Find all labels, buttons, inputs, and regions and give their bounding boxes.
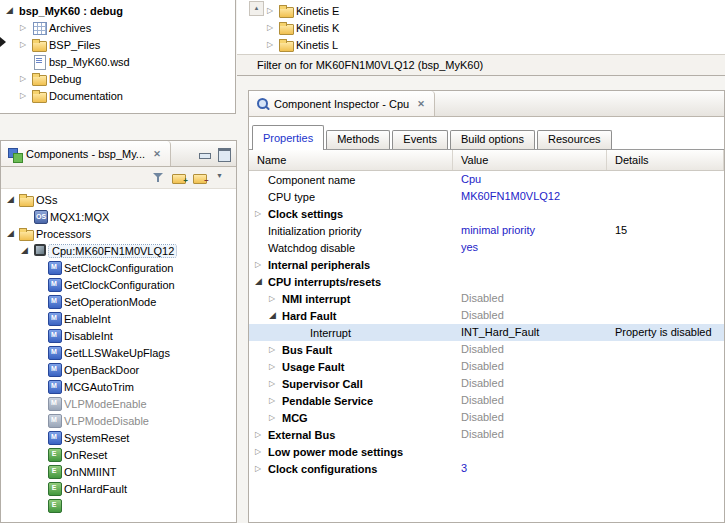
tree-item[interactable]: OnReset (1, 446, 236, 463)
expand-arrow-icon[interactable]: ▷ (255, 205, 267, 222)
scrollbar-up-icon[interactable] (249, 1, 264, 16)
property-value-cell[interactable]: Cpu (453, 171, 607, 188)
tab-build-options[interactable]: Build options (450, 130, 535, 149)
property-row[interactable]: ▷NMI interruptDisabled (249, 290, 724, 307)
property-row[interactable]: ◢CPU interrupts/resets (249, 273, 724, 290)
expand-arrow-icon[interactable]: ▷ (20, 70, 32, 87)
tab-resources[interactable]: Resources (537, 130, 612, 149)
property-row[interactable]: Component nameCpu (249, 171, 724, 188)
property-value-cell[interactable]: Disabled (453, 290, 607, 307)
tree-item[interactable]: ▷Debug (0, 70, 235, 87)
collapse-arrow-icon[interactable]: ◢ (21, 242, 33, 259)
property-value-cell[interactable]: Disabled (453, 409, 607, 426)
expand-arrow-icon[interactable]: ▷ (269, 358, 281, 375)
tree-item[interactable] (1, 497, 236, 514)
property-row[interactable]: Watchdog disableyes (249, 239, 724, 256)
property-row[interactable]: ▷Clock configurations3 (249, 460, 724, 477)
expand-arrow-icon[interactable]: ▷ (269, 375, 281, 392)
property-row[interactable]: Initialization priorityminimal priority1… (249, 222, 724, 239)
tab-events[interactable]: Events (392, 130, 448, 149)
property-row[interactable]: ▷External BusDisabled (249, 426, 724, 443)
expand-arrow-icon[interactable]: ▷ (269, 290, 281, 307)
property-value-cell[interactable]: Disabled (453, 341, 607, 358)
property-row[interactable]: CPU typeMK60FN1M0VLQ12 (249, 188, 724, 205)
property-value-cell[interactable]: Disabled (453, 307, 607, 324)
tree-item[interactable]: ◢OSs (1, 191, 236, 208)
tree-item[interactable]: VLPModeEnable (1, 395, 236, 412)
property-value-cell[interactable]: 3 (453, 460, 607, 477)
tree-item[interactable]: ◢bsp_MyK60 : debug (0, 2, 235, 19)
expand-arrow-icon[interactable]: ▷ (267, 19, 279, 36)
tab-properties[interactable]: Properties (252, 125, 324, 150)
tree-item[interactable]: VLPModeDisable (1, 412, 236, 429)
tree-item[interactable]: SetClockConfiguration (1, 259, 236, 276)
property-row[interactable]: ▷Low power mode settings (249, 443, 724, 460)
property-row[interactable]: ▷Pendable ServiceDisabled (249, 392, 724, 409)
tree-item[interactable]: DisableInt (1, 327, 236, 344)
column-header-name[interactable]: Name (249, 150, 453, 170)
column-header-value[interactable]: Value (453, 150, 607, 170)
tree-item[interactable]: bsp_MyK60.wsd (0, 53, 235, 70)
property-value-cell[interactable]: Disabled (453, 392, 607, 409)
collapse-arrow-icon[interactable]: ◢ (7, 225, 19, 242)
property-value-cell[interactable] (453, 443, 607, 460)
property-row[interactable]: ▷Usage FaultDisabled (249, 358, 724, 375)
property-value-cell[interactable]: Disabled (453, 358, 607, 375)
tree-item[interactable]: ▷Archives (0, 19, 235, 36)
collapse-all-icon[interactable] (193, 170, 209, 185)
tree-item[interactable]: ▷Kinetis K (237, 19, 725, 36)
view-menu-icon[interactable] (214, 170, 230, 185)
expand-arrow-icon[interactable]: ▷ (255, 426, 267, 443)
tree-item[interactable]: ▷BSP_Files (0, 36, 235, 53)
property-value-cell[interactable]: Disabled (453, 426, 607, 443)
tree-item[interactable]: ◢Cpu:MK60FN1M0VLQ12 (1, 242, 236, 259)
property-value-cell[interactable]: minimal priority (453, 222, 607, 239)
property-row[interactable]: ▷MCGDisabled (249, 409, 724, 426)
inspector-view-tab[interactable]: Component Inspector - Cpu (249, 91, 435, 116)
property-row[interactable]: ▷Clock settings (249, 205, 724, 222)
tree-item[interactable]: GetLLSWakeUpFlags (1, 344, 236, 361)
expand-arrow-icon[interactable]: ▷ (269, 409, 281, 426)
expand-arrow-icon[interactable]: ▷ (255, 460, 267, 477)
expand-arrow-icon[interactable]: ▷ (20, 19, 32, 36)
property-row[interactable]: ▷Bus FaultDisabled (249, 341, 724, 358)
property-value-cell[interactable]: Disabled (453, 375, 607, 392)
expand-arrow-icon[interactable]: ▷ (255, 443, 267, 460)
tree-item[interactable]: SystemReset (1, 429, 236, 446)
property-row[interactable]: InterruptINT_Hard_FaultProperty is disab… (249, 324, 724, 341)
property-value-cell[interactable]: yes (453, 239, 607, 256)
tree-item[interactable]: ▷Kinetis E (237, 2, 725, 19)
collapse-arrow-icon[interactable]: ◢ (6, 2, 18, 19)
tab-methods[interactable]: Methods (326, 130, 390, 149)
tree-item[interactable]: ◢Processors (1, 225, 236, 242)
close-icon[interactable] (151, 149, 163, 159)
expand-arrow-icon[interactable]: ▷ (269, 341, 281, 358)
tree-item[interactable]: GetClockConfiguration (1, 276, 236, 293)
minimize-icon[interactable] (196, 146, 213, 161)
tree-item[interactable]: EnableInt (1, 310, 236, 327)
column-header-details[interactable]: Details (607, 150, 724, 170)
tree-item[interactable]: ▷Kinetis L (237, 36, 725, 53)
expand-all-icon[interactable] (172, 170, 188, 185)
property-value-cell[interactable]: INT_Hard_Fault (453, 324, 607, 341)
property-row[interactable]: ▷Internal peripherals (249, 256, 724, 273)
property-value-cell[interactable] (453, 273, 607, 290)
collapse-arrow-icon[interactable]: ◢ (7, 191, 19, 208)
filter-icon[interactable] (151, 170, 167, 185)
property-row[interactable]: ▷Supervisor CallDisabled (249, 375, 724, 392)
collapse-arrow-icon[interactable]: ◢ (269, 307, 281, 324)
expand-arrow-icon[interactable]: ▷ (20, 87, 32, 104)
tree-item[interactable]: OpenBackDoor (1, 361, 236, 378)
expand-arrow-icon[interactable]: ▷ (20, 36, 32, 53)
property-value-cell[interactable] (453, 205, 607, 222)
property-row[interactable]: ◢Hard FaultDisabled (249, 307, 724, 324)
close-icon[interactable] (415, 99, 427, 109)
tree-item[interactable]: OnHardFault (1, 480, 236, 497)
expand-arrow-icon[interactable]: ▷ (267, 36, 279, 53)
tree-item[interactable]: MQX1:MQX (1, 208, 236, 225)
tree-item[interactable]: MCGAutoTrim (1, 378, 236, 395)
property-value-cell[interactable] (453, 256, 607, 273)
expand-arrow-icon[interactable]: ▷ (255, 256, 267, 273)
maximize-icon[interactable] (216, 146, 233, 161)
tree-item[interactable]: SetOperationMode (1, 293, 236, 310)
